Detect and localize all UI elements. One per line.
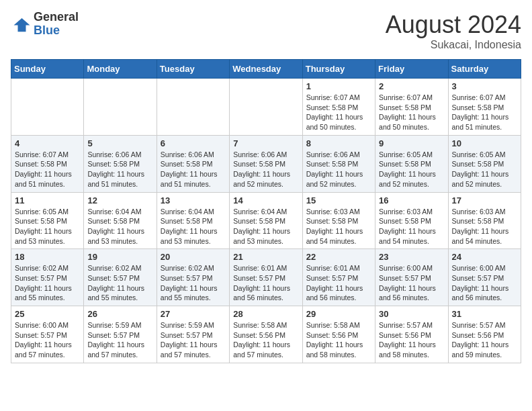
calendar-week-row: 1Sunrise: 6:07 AM Sunset: 5:58 PM Daylig…	[11, 79, 521, 136]
day-info: Sunrise: 5:57 AM Sunset: 5:56 PM Dayligh…	[452, 320, 517, 360]
day-number: 29	[306, 309, 371, 319]
logo-general: General	[34, 11, 79, 24]
day-number: 4	[15, 138, 80, 148]
calendar-week-row: 11Sunrise: 6:05 AM Sunset: 5:58 PM Dayli…	[11, 192, 521, 249]
day-info: Sunrise: 6:01 AM Sunset: 5:57 PM Dayligh…	[233, 263, 298, 303]
day-info: Sunrise: 6:07 AM Sunset: 5:58 PM Dayligh…	[379, 93, 444, 132]
weekday-header: Sunday	[11, 60, 84, 79]
calendar-cell: 3Sunrise: 6:07 AM Sunset: 5:58 PM Daylig…	[448, 79, 521, 136]
calendar-cell: 10Sunrise: 6:05 AM Sunset: 5:58 PM Dayli…	[448, 135, 521, 192]
day-number: 23	[379, 252, 444, 262]
day-info: Sunrise: 6:06 AM Sunset: 5:58 PM Dayligh…	[306, 150, 371, 189]
calendar-cell: 29Sunrise: 5:58 AM Sunset: 5:56 PM Dayli…	[302, 306, 375, 363]
day-info: Sunrise: 6:03 AM Sunset: 5:58 PM Dayligh…	[306, 207, 371, 246]
day-number: 16	[379, 195, 444, 205]
calendar-cell	[11, 79, 84, 136]
day-number: 21	[233, 252, 298, 262]
calendar-cell: 8Sunrise: 6:06 AM Sunset: 5:58 PM Daylig…	[302, 135, 375, 192]
day-number: 27	[161, 309, 226, 319]
day-number: 3	[452, 81, 517, 91]
day-number: 15	[306, 195, 371, 205]
day-number: 26	[87, 309, 152, 319]
calendar-cell: 25Sunrise: 6:00 AM Sunset: 5:57 PM Dayli…	[11, 306, 84, 363]
calendar-cell: 9Sunrise: 6:05 AM Sunset: 5:58 PM Daylig…	[375, 135, 448, 192]
day-info: Sunrise: 6:07 AM Sunset: 5:58 PM Dayligh…	[452, 93, 517, 132]
day-info: Sunrise: 6:03 AM Sunset: 5:58 PM Dayligh…	[379, 207, 444, 246]
weekday-header: Friday	[375, 60, 448, 79]
day-number: 28	[233, 309, 298, 319]
day-info: Sunrise: 6:05 AM Sunset: 5:58 PM Dayligh…	[452, 150, 517, 189]
day-info: Sunrise: 6:06 AM Sunset: 5:58 PM Dayligh…	[87, 150, 152, 189]
weekday-header: Thursday	[302, 60, 375, 79]
calendar-cell: 28Sunrise: 5:58 AM Sunset: 5:56 PM Dayli…	[230, 306, 302, 363]
day-info: Sunrise: 6:06 AM Sunset: 5:58 PM Dayligh…	[233, 150, 298, 189]
calendar-cell: 1Sunrise: 6:07 AM Sunset: 5:58 PM Daylig…	[302, 79, 375, 136]
day-info: Sunrise: 5:59 AM Sunset: 5:57 PM Dayligh…	[161, 320, 226, 360]
calendar-cell: 15Sunrise: 6:03 AM Sunset: 5:58 PM Dayli…	[302, 192, 375, 249]
logo-blue: Blue	[34, 24, 79, 38]
calendar-table: SundayMondayTuesdayWednesdayThursdayFrid…	[11, 59, 521, 363]
month-year: August 2024	[386, 11, 521, 39]
calendar-week-row: 18Sunrise: 6:02 AM Sunset: 5:57 PM Dayli…	[11, 249, 521, 306]
calendar-cell: 5Sunrise: 6:06 AM Sunset: 5:58 PM Daylig…	[84, 135, 157, 192]
calendar-cell: 16Sunrise: 6:03 AM Sunset: 5:58 PM Dayli…	[375, 192, 448, 249]
day-info: Sunrise: 6:04 AM Sunset: 5:58 PM Dayligh…	[87, 207, 152, 246]
day-number: 20	[161, 252, 226, 262]
day-number: 18	[15, 252, 80, 262]
calendar-cell: 11Sunrise: 6:05 AM Sunset: 5:58 PM Dayli…	[11, 192, 84, 249]
calendar-cell: 21Sunrise: 6:01 AM Sunset: 5:57 PM Dayli…	[230, 249, 302, 306]
calendar-header-row: SundayMondayTuesdayWednesdayThursdayFrid…	[11, 60, 521, 79]
calendar-cell: 26Sunrise: 5:59 AM Sunset: 5:57 PM Dayli…	[84, 306, 157, 363]
calendar-cell: 4Sunrise: 6:07 AM Sunset: 5:58 PM Daylig…	[11, 135, 84, 192]
day-info: Sunrise: 6:00 AM Sunset: 5:57 PM Dayligh…	[452, 263, 517, 303]
calendar-cell: 23Sunrise: 6:00 AM Sunset: 5:57 PM Dayli…	[375, 249, 448, 306]
page-header: General Blue August 2024 Sukacai, Indone…	[11, 11, 521, 51]
weekday-header: Wednesday	[230, 60, 302, 79]
calendar-cell: 18Sunrise: 6:02 AM Sunset: 5:57 PM Dayli…	[11, 249, 84, 306]
day-number: 13	[161, 195, 226, 205]
calendar-cell: 12Sunrise: 6:04 AM Sunset: 5:58 PM Dayli…	[84, 192, 157, 249]
calendar-cell: 13Sunrise: 6:04 AM Sunset: 5:58 PM Dayli…	[157, 192, 229, 249]
calendar-cell: 14Sunrise: 6:04 AM Sunset: 5:58 PM Dayli…	[230, 192, 302, 249]
day-number: 14	[233, 195, 298, 205]
day-info: Sunrise: 5:59 AM Sunset: 5:57 PM Dayligh…	[87, 320, 152, 360]
day-info: Sunrise: 6:02 AM Sunset: 5:57 PM Dayligh…	[161, 263, 226, 303]
calendar-cell: 20Sunrise: 6:02 AM Sunset: 5:57 PM Dayli…	[157, 249, 229, 306]
svg-marker-0	[14, 18, 30, 32]
day-info: Sunrise: 6:04 AM Sunset: 5:58 PM Dayligh…	[161, 207, 226, 246]
day-info: Sunrise: 6:06 AM Sunset: 5:58 PM Dayligh…	[161, 150, 226, 189]
day-number: 31	[452, 309, 517, 319]
title-block: August 2024 Sukacai, Indonesia	[386, 11, 521, 51]
day-number: 30	[379, 309, 444, 319]
day-number: 19	[87, 252, 152, 262]
day-info: Sunrise: 6:05 AM Sunset: 5:58 PM Dayligh…	[379, 150, 444, 189]
calendar-cell: 22Sunrise: 6:01 AM Sunset: 5:57 PM Dayli…	[302, 249, 375, 306]
logo-text: General Blue	[34, 11, 79, 38]
calendar-cell	[230, 79, 302, 136]
location: Sukacai, Indonesia	[386, 39, 521, 51]
day-number: 11	[15, 195, 80, 205]
day-info: Sunrise: 6:01 AM Sunset: 5:57 PM Dayligh…	[306, 263, 371, 303]
day-number: 10	[452, 138, 517, 148]
calendar-cell: 30Sunrise: 5:57 AM Sunset: 5:56 PM Dayli…	[375, 306, 448, 363]
day-number: 8	[306, 138, 371, 148]
calendar-cell: 17Sunrise: 6:03 AM Sunset: 5:58 PM Dayli…	[448, 192, 521, 249]
day-info: Sunrise: 6:07 AM Sunset: 5:58 PM Dayligh…	[306, 93, 371, 132]
calendar-cell: 31Sunrise: 5:57 AM Sunset: 5:56 PM Dayli…	[448, 306, 521, 363]
day-info: Sunrise: 5:58 AM Sunset: 5:56 PM Dayligh…	[306, 320, 371, 360]
day-info: Sunrise: 6:03 AM Sunset: 5:58 PM Dayligh…	[452, 207, 517, 246]
calendar-cell	[84, 79, 157, 136]
calendar-cell: 6Sunrise: 6:06 AM Sunset: 5:58 PM Daylig…	[157, 135, 229, 192]
day-number: 22	[306, 252, 371, 262]
day-info: Sunrise: 6:07 AM Sunset: 5:58 PM Dayligh…	[15, 150, 80, 189]
day-number: 2	[379, 81, 444, 91]
logo-icon	[11, 14, 31, 34]
day-number: 6	[161, 138, 226, 148]
day-info: Sunrise: 6:00 AM Sunset: 5:57 PM Dayligh…	[379, 263, 444, 303]
day-info: Sunrise: 6:02 AM Sunset: 5:57 PM Dayligh…	[87, 263, 152, 303]
calendar-cell: 7Sunrise: 6:06 AM Sunset: 5:58 PM Daylig…	[230, 135, 302, 192]
calendar-cell: 27Sunrise: 5:59 AM Sunset: 5:57 PM Dayli…	[157, 306, 229, 363]
calendar-cell: 2Sunrise: 6:07 AM Sunset: 5:58 PM Daylig…	[375, 79, 448, 136]
day-info: Sunrise: 6:05 AM Sunset: 5:58 PM Dayligh…	[15, 207, 80, 246]
day-number: 5	[87, 138, 152, 148]
